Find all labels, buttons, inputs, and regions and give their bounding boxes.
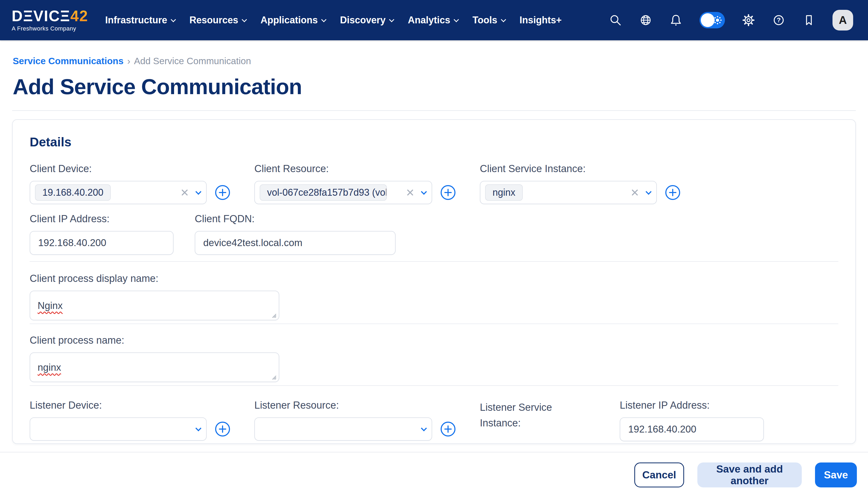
logo-tagline: A Freshworks Company	[12, 25, 88, 32]
svg-text:?: ?	[777, 17, 781, 24]
logo-brand-orange: 42	[70, 7, 88, 24]
chevron-down-icon	[454, 17, 459, 22]
chevron-down-icon	[170, 17, 176, 22]
section-divider	[30, 261, 838, 262]
client-service-instance-select[interactable]: nginx	[480, 181, 657, 204]
add-device-button[interactable]	[215, 185, 230, 200]
menu-label: Insights+	[520, 15, 562, 26]
bell-icon[interactable]	[669, 13, 683, 27]
add-resource-button[interactable]	[441, 185, 456, 200]
client-fqdn-field: Client FQDN:	[195, 213, 396, 255]
add-service-instance-button[interactable]	[665, 185, 680, 200]
breadcrumb-current: Add Service Communication	[134, 56, 251, 66]
textarea-value: nginx	[38, 362, 61, 373]
client-process-name-label: Client process name:	[30, 335, 838, 346]
listener-row: Listener Device: Listener Resource: List…	[30, 400, 838, 444]
breadcrumb: Service Communications › Add Service Com…	[13, 56, 855, 66]
client-process-display-name-textarea[interactable]: Nginx	[30, 291, 279, 320]
main-menu: Infrastructure Resources Applications Di…	[105, 15, 562, 26]
listener-device-select[interactable]	[30, 418, 207, 441]
listener-device-field: Listener Device:	[30, 400, 254, 444]
help-icon[interactable]: ?	[772, 13, 785, 27]
listener-service-instance-label: Listener Service Instance:	[480, 400, 570, 431]
user-avatar[interactable]: A	[833, 10, 853, 30]
breadcrumb-parent-link[interactable]: Service Communications	[13, 56, 123, 66]
clear-icon[interactable]	[631, 189, 639, 197]
page-title: Add Service Communication	[13, 74, 855, 99]
cancel-button[interactable]: Cancel	[634, 462, 684, 487]
chevron-down-icon	[321, 17, 327, 22]
client-process-name-textarea[interactable]: nginx	[30, 352, 279, 382]
details-card: Details Client Device: 19.168.40.200 Cli…	[12, 119, 856, 444]
bookmark-icon[interactable]	[802, 13, 815, 27]
listener-service-instance-value: -	[480, 440, 620, 444]
listener-resource-select[interactable]	[254, 418, 432, 441]
menu-discovery[interactable]: Discovery	[340, 15, 393, 26]
textarea-value: Nginx	[38, 300, 63, 311]
menu-insights-plus[interactable]: Insights+	[520, 15, 562, 26]
client-ip-label: Client IP Address:	[30, 213, 195, 225]
logo-brand: DΞVICΞ42	[12, 8, 88, 24]
chevron-down-icon	[501, 17, 506, 22]
listener-device-label: Listener Device:	[30, 400, 254, 411]
menu-analytics[interactable]: Analytics	[408, 15, 458, 26]
chevron-down-icon[interactable]	[421, 425, 427, 431]
gear-icon[interactable]	[742, 13, 755, 27]
save-and-add-another-button[interactable]: Save and add another	[698, 462, 802, 487]
menu-resources[interactable]: Resources	[189, 15, 246, 26]
menu-label: Infrastructure	[105, 15, 167, 26]
client-ip-fqdn-row: Client IP Address: Client FQDN:	[30, 213, 838, 255]
client-fqdn-label: Client FQDN:	[195, 213, 396, 225]
client-service-instance-chip: nginx	[485, 184, 523, 201]
client-device-select[interactable]: 19.168.40.200	[30, 181, 207, 204]
chevron-down-icon[interactable]	[646, 189, 652, 195]
save-button[interactable]: Save	[815, 462, 857, 487]
listener-ip-label: Listener IP Address:	[620, 400, 764, 411]
listener-ip-input[interactable]	[620, 418, 764, 441]
clear-icon[interactable]	[406, 189, 414, 197]
resize-handle[interactable]	[270, 374, 277, 380]
client-device-chip: 19.168.40.200	[35, 184, 111, 201]
theme-toggle[interactable]	[700, 12, 725, 28]
resize-handle[interactable]	[270, 312, 277, 318]
breadcrumb-separator: ›	[127, 56, 130, 66]
listener-service-instance-field: Listener Service Instance: -	[480, 400, 620, 444]
add-listener-resource-button[interactable]	[441, 422, 456, 436]
menu-label: Analytics	[408, 15, 450, 26]
listener-resource-field: Listener Resource:	[254, 400, 480, 444]
client-selects-row: Client Device: 19.168.40.200 Client Reso…	[30, 163, 838, 204]
chevron-down-icon	[242, 17, 247, 22]
section-divider	[30, 323, 838, 324]
client-ip-input[interactable]	[30, 231, 174, 255]
add-listener-device-button[interactable]	[215, 422, 230, 436]
client-process-name-field: Client process name: nginx	[30, 335, 838, 382]
chevron-down-icon[interactable]	[421, 189, 427, 195]
client-service-instance-field: Client Service Instance: nginx	[480, 163, 680, 204]
client-service-instance-label: Client Service Instance:	[480, 163, 680, 174]
sun-icon	[712, 14, 723, 26]
menu-tools[interactable]: Tools	[472, 15, 504, 26]
menu-label: Discovery	[340, 15, 385, 26]
client-process-display-name-field: Client process display name: Nginx	[30, 273, 838, 320]
menu-infrastructure[interactable]: Infrastructure	[105, 15, 175, 26]
client-fqdn-input[interactable]	[195, 231, 396, 255]
chevron-down-icon[interactable]	[195, 425, 202, 431]
clear-icon[interactable]	[181, 189, 189, 197]
search-icon[interactable]	[609, 13, 622, 27]
menu-applications[interactable]: Applications	[260, 15, 325, 26]
client-resource-select[interactable]: vol-067ce28fa157b7d93 (vol-0...	[254, 181, 432, 204]
globe-icon[interactable]	[639, 13, 652, 27]
listener-resource-label: Listener Resource:	[254, 400, 480, 411]
listener-ip-field: Listener IP Address:	[620, 400, 764, 444]
menu-label: Resources	[189, 15, 238, 26]
chevron-down-icon[interactable]	[195, 189, 202, 195]
client-resource-label: Client Resource:	[254, 163, 480, 174]
client-device-field: Client Device: 19.168.40.200	[30, 163, 254, 204]
footer-actions: Cancel Save and add another Save	[0, 452, 868, 487]
device42-logo[interactable]: DΞVICΞ42 A Freshworks Company	[12, 8, 88, 32]
menu-label: Applications	[260, 15, 318, 26]
client-process-display-name-label: Client process display name:	[30, 273, 838, 284]
client-resource-field: Client Resource: vol-067ce28fa157b7d93 (…	[254, 163, 480, 204]
logo-brand-white: DΞVICΞ	[12, 7, 70, 24]
details-heading: Details	[30, 135, 838, 149]
